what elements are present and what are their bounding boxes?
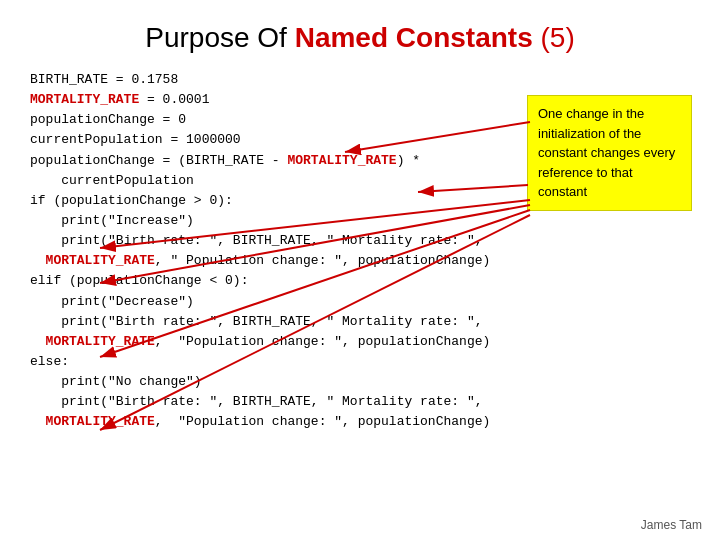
title-highlight: Named Constants: [295, 22, 533, 53]
callout-line5: constant: [538, 184, 587, 199]
title-suffix: (5): [533, 22, 575, 53]
title-prefix: Purpose Of: [145, 22, 294, 53]
callout-line3: constant changes every: [538, 145, 675, 160]
callout-line2: initialization of the: [538, 126, 641, 141]
callout-line4: reference to that: [538, 165, 633, 180]
callout-line1: One change in the: [538, 106, 644, 121]
callout-box: One change in the initialization of the …: [527, 95, 692, 211]
page-title: Purpose Of Named Constants (5): [0, 0, 720, 70]
author-label: James Tam: [641, 518, 702, 532]
